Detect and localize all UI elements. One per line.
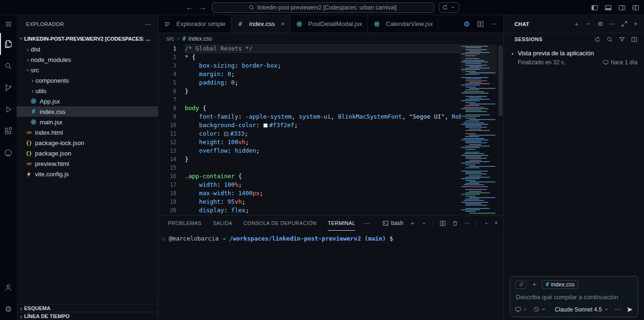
account-icon[interactable] bbox=[0, 277, 17, 298]
file-tree-item-preview.html[interactable]: <>preview.html bbox=[17, 158, 158, 169]
add-context-button[interactable]: ＋ bbox=[531, 280, 538, 289]
code-line-17[interactable]: 17 width: 100%; bbox=[158, 181, 504, 189]
file-tree-item-dist[interactable]: ›dist bbox=[17, 44, 158, 54]
code-line-13[interactable]: 13 overflow: hidden; bbox=[158, 147, 504, 155]
composer-more-actions-icon[interactable]: ⋯ bbox=[615, 306, 621, 313]
attach-context-button[interactable] bbox=[515, 281, 527, 289]
code-line-14[interactable]: 14} bbox=[158, 155, 504, 164]
editor-scrollbar[interactable] bbox=[497, 44, 504, 215]
command-center-search[interactable]: linkedin-post-previewerv2 [Codespaces: u… bbox=[212, 2, 434, 13]
file-tree-item-vite.config.js[interactable]: vite.config.js bbox=[17, 169, 158, 179]
tools-selector[interactable]: › bbox=[533, 306, 547, 312]
minimap[interactable] bbox=[461, 44, 497, 215]
file-tree-item-utils[interactable]: ›utils bbox=[17, 86, 158, 96]
session-item[interactable]: Vista previa de la aplicación Finalizado… bbox=[504, 45, 644, 69]
activity-run-debug-icon[interactable] bbox=[0, 98, 17, 120]
customize-layout-icon[interactable] bbox=[632, 4, 639, 11]
code-line-12[interactable]: 12 height: 100vh; bbox=[158, 138, 504, 147]
close-tab-icon[interactable]: × bbox=[281, 20, 285, 27]
send-button[interactable] bbox=[627, 306, 633, 313]
terminal-view[interactable]: @marcelobarcia → /workspaces/linkedin-po… bbox=[158, 231, 504, 320]
project-root-row[interactable]: › LINKEDIN-POST-PREVIEWERV2 [CODESPACES:… bbox=[17, 33, 158, 44]
file-tree-item-src[interactable]: ›src bbox=[17, 65, 158, 75]
sidebar-more-actions-icon[interactable]: ⋯ bbox=[145, 20, 151, 28]
minimap-slider[interactable] bbox=[461, 44, 497, 75]
model-selector[interactable]: Claude Sonnet 4.5 › bbox=[555, 306, 609, 313]
panel-tabs-more-icon[interactable]: ⋯ bbox=[364, 220, 370, 227]
code-line-3[interactable]: 3 box-sizing: border-box; bbox=[158, 61, 504, 70]
activity-explorer-icon[interactable] bbox=[0, 33, 17, 55]
command-decoration-icon[interactable] bbox=[162, 237, 165, 241]
code-line-2[interactable]: 2* { bbox=[158, 53, 504, 61]
sync-dropdown[interactable]: › bbox=[439, 2, 459, 13]
context-chip[interactable]: # index.css bbox=[542, 280, 578, 289]
code-editor[interactable]: 1/* Global Resets */2* {3 box-sizing: bo… bbox=[158, 44, 504, 215]
file-tree-item-App.jsx[interactable]: App.jsx bbox=[17, 96, 158, 106]
breadcrumb-folder[interactable]: src bbox=[166, 35, 174, 42]
device-selector[interactable]: › bbox=[515, 306, 528, 312]
editor-more-actions-icon[interactable]: ⋯ bbox=[491, 20, 497, 27]
editor-tab-index.css[interactable]: #index.css× bbox=[231, 15, 290, 33]
chat-expand-icon[interactable] bbox=[621, 21, 627, 27]
activity-source-control-icon[interactable] bbox=[0, 77, 17, 98]
maximize-panel-icon[interactable]: › bbox=[482, 220, 488, 226]
code-line-18[interactable]: 18 max-width: 1400px; bbox=[158, 189, 504, 198]
code-line-8[interactable]: 8body { bbox=[158, 104, 504, 112]
kill-terminal-icon[interactable] bbox=[452, 220, 458, 226]
breadcrumb-file[interactable]: index.css bbox=[188, 35, 212, 42]
code-line-16[interactable]: 16.app-container { bbox=[158, 172, 504, 181]
editor-tab-Explorador simple[interactable]: Explorador simple bbox=[158, 15, 231, 33]
file-tree-item-main.jsx[interactable]: main.jsx bbox=[17, 117, 158, 127]
sessions-search-icon[interactable] bbox=[607, 36, 613, 43]
breadcrumb[interactable]: src › # index.css bbox=[158, 33, 504, 44]
sessions-view-icon[interactable] bbox=[631, 36, 637, 43]
chat-more-actions-icon[interactable]: ⋯ bbox=[609, 20, 615, 27]
code-line-6[interactable]: 6} bbox=[158, 87, 504, 95]
file-tree-item-index.css[interactable]: #index.css bbox=[17, 106, 158, 117]
code-line-4[interactable]: 4 margin: 0; bbox=[158, 70, 504, 78]
panel-tab-SALIDA[interactable]: SALIDA bbox=[213, 216, 232, 231]
panel-tab-TERMINAL[interactable]: TERMINAL bbox=[328, 216, 355, 231]
code-line-1[interactable]: 1/* Global Resets */ bbox=[158, 44, 504, 53]
activity-extensions-icon[interactable] bbox=[0, 120, 17, 142]
file-tree-item-components[interactable]: ›components bbox=[17, 75, 158, 86]
file-tree-item-node_modules[interactable]: ›node_modules bbox=[17, 54, 158, 65]
editor-actions-gear-icon[interactable]: ⚙ bbox=[464, 20, 470, 28]
panel-tab-CONSOLA DE DEPURACIÓN[interactable]: CONSOLA DE DEPURACIÓN bbox=[244, 216, 316, 231]
sessions-filter-icon[interactable] bbox=[619, 36, 625, 43]
code-line-5[interactable]: 5 padding: 0; bbox=[158, 78, 504, 87]
panel-more-actions-icon[interactable]: ⋯ bbox=[464, 220, 470, 226]
nav-forward-icon[interactable]: → bbox=[199, 3, 207, 11]
split-editor-icon[interactable] bbox=[477, 21, 484, 27]
file-tree-item-index.html[interactable]: <>index.html bbox=[17, 127, 158, 138]
new-terminal-icon[interactable]: ＋ bbox=[409, 219, 415, 227]
file-tree-item-package-lock.json[interactable]: {}package-lock.json bbox=[17, 138, 158, 148]
nav-back-icon[interactable]: ← bbox=[185, 3, 194, 11]
toggle-sidebar-left-icon[interactable] bbox=[591, 4, 598, 11]
code-line-11[interactable]: 11 color: #333; bbox=[158, 130, 504, 138]
editor-tab-CalendarView.jsx[interactable]: CalendarView.jsx bbox=[368, 15, 438, 33]
new-chat-icon[interactable]: ＋ bbox=[574, 20, 580, 28]
file-tree-item-package.json[interactable]: {}package.json bbox=[17, 148, 158, 158]
scrollbar-thumb[interactable] bbox=[498, 45, 503, 116]
code-line-9[interactable]: 9 font-family: -apple-system, system-ui,… bbox=[158, 112, 504, 121]
chat-settings-gear-icon[interactable]: ⚙ bbox=[598, 20, 603, 27]
toggle-sidebar-right-icon[interactable] bbox=[618, 4, 626, 11]
toggle-panel-icon[interactable] bbox=[605, 4, 612, 11]
shell-selector[interactable]: bash bbox=[383, 220, 403, 226]
code-line-15[interactable]: 15 bbox=[158, 164, 504, 172]
menu-hamburger-icon[interactable] bbox=[0, 15, 17, 33]
sessions-refresh-icon[interactable] bbox=[594, 36, 600, 43]
split-terminal-icon[interactable] bbox=[440, 220, 446, 226]
code-line-10[interactable]: 10 background-color: #f3f2ef; bbox=[158, 121, 504, 130]
chat-input[interactable]: Describa qué compilar a continuación bbox=[516, 294, 632, 301]
outline-section[interactable]: › ESQUEMA bbox=[17, 304, 158, 312]
code-line-20[interactable]: 20 display: flex; bbox=[158, 206, 504, 215]
settings-gear-icon[interactable]: ⚙ bbox=[0, 298, 17, 320]
chat-close-icon[interactable]: × bbox=[634, 20, 637, 27]
panel-tab-PROBLEMAS[interactable]: PROBLEMAS bbox=[168, 216, 201, 231]
editor-tab-PostDetailModal.jsx[interactable]: PostDetailModal.jsx bbox=[290, 15, 368, 33]
activity-github-icon[interactable] bbox=[0, 142, 17, 164]
code-line-19[interactable]: 19 height: 95vh; bbox=[158, 198, 504, 206]
chat-composer[interactable]: ＋ # index.css Describa qué compilar a co… bbox=[510, 276, 638, 317]
